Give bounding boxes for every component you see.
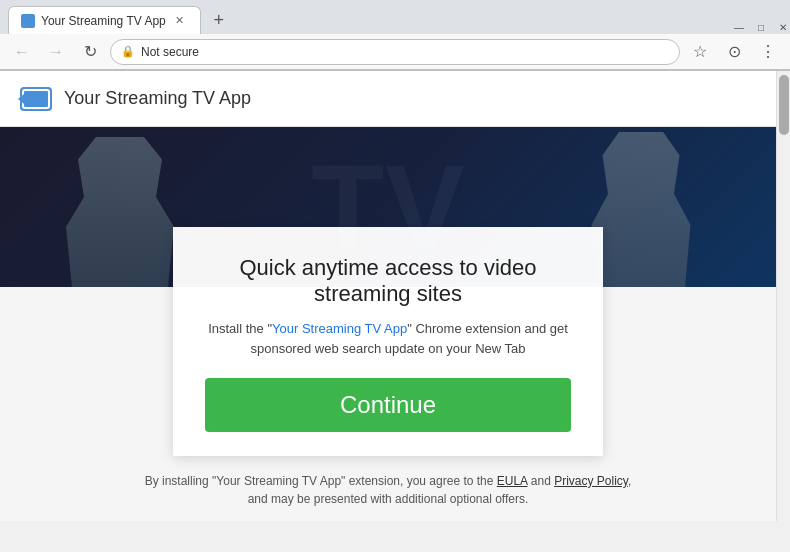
continue-button[interactable]: Continue bbox=[205, 378, 571, 432]
site-header: Your Streaming TV App bbox=[0, 71, 776, 127]
card-subtext: Install the "Your Streaming TV App" Chro… bbox=[205, 319, 571, 358]
agreement-text-1: By installing "Your Streaming TV App" ex… bbox=[145, 474, 497, 488]
account-icon[interactable]: ⊙ bbox=[720, 38, 748, 66]
tv-logo-icon bbox=[22, 89, 50, 109]
tab-title: Your Streaming TV App bbox=[41, 14, 166, 28]
agreement-text-2: and bbox=[527, 474, 554, 488]
site-title: Your Streaming TV App bbox=[64, 88, 251, 109]
close-button[interactable]: ✕ bbox=[776, 20, 790, 34]
extension-link[interactable]: Your Streaming TV App bbox=[272, 321, 407, 336]
menu-icon[interactable]: ⋮ bbox=[754, 38, 782, 66]
lock-icon: 🔒 bbox=[121, 45, 135, 58]
tab-close-button[interactable]: ✕ bbox=[172, 13, 188, 29]
agreement-section: By installing "Your Streaming TV App" ex… bbox=[0, 456, 776, 521]
back-button[interactable]: ← bbox=[8, 38, 36, 66]
toolbar-right: ☆ ⊙ ⋮ bbox=[686, 38, 782, 66]
browser-tab[interactable]: Your Streaming TV App ✕ bbox=[8, 6, 201, 34]
browser-chrome: Your Streaming TV App ✕ + — □ ✕ ← → ↻ 🔒 … bbox=[0, 0, 790, 71]
refresh-button[interactable]: ↻ bbox=[76, 38, 104, 66]
browser-content: Your Streaming TV App TV Quick anytime a… bbox=[0, 71, 790, 521]
bookmark-icon[interactable]: ☆ bbox=[686, 38, 714, 66]
page-content: Your Streaming TV App TV Quick anytime a… bbox=[0, 71, 776, 521]
subtext-before: Install the " bbox=[208, 321, 272, 336]
forward-button[interactable]: → bbox=[42, 38, 70, 66]
new-tab-button[interactable]: + bbox=[205, 6, 233, 34]
scrollbar-thumb[interactable] bbox=[779, 75, 789, 135]
tab-favicon bbox=[21, 14, 35, 28]
window-controls: — □ ✕ bbox=[732, 20, 790, 34]
url-bar[interactable]: 🔒 Not secure bbox=[110, 39, 680, 65]
privacy-link-1[interactable]: Privacy Policy bbox=[554, 474, 628, 488]
eula-link-1[interactable]: EULA bbox=[497, 474, 528, 488]
card-heading: Quick anytime access to video streaming … bbox=[205, 255, 571, 307]
agreement-text: By installing "Your Streaming TV App" ex… bbox=[138, 472, 638, 508]
url-text: Not secure bbox=[141, 45, 669, 59]
minimize-button[interactable]: — bbox=[732, 20, 746, 34]
site-logo bbox=[20, 87, 52, 111]
main-card: Quick anytime access to video streaming … bbox=[173, 227, 603, 456]
maximize-button[interactable]: □ bbox=[754, 20, 768, 34]
tab-bar: Your Streaming TV App ✕ + — □ ✕ bbox=[0, 0, 790, 34]
address-bar: ← → ↻ 🔒 Not secure ☆ ⊙ ⋮ bbox=[0, 34, 790, 70]
scrollbar[interactable] bbox=[776, 71, 790, 521]
